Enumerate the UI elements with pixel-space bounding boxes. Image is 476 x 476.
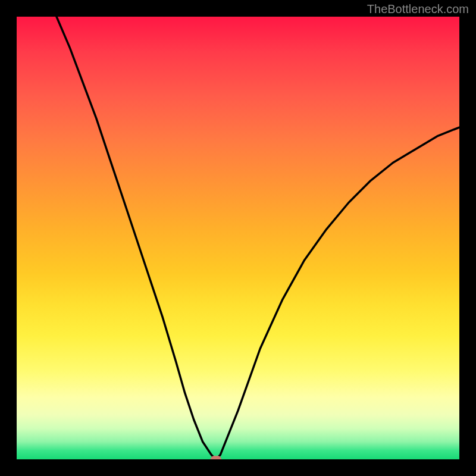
bottleneck-curve-line — [57, 17, 459, 459]
chart-curve-svg — [17, 17, 459, 459]
watermark-text: TheBottleneck.com — [367, 2, 469, 16]
chart-plot-area — [17, 17, 459, 459]
minimum-marker — [211, 456, 221, 459]
